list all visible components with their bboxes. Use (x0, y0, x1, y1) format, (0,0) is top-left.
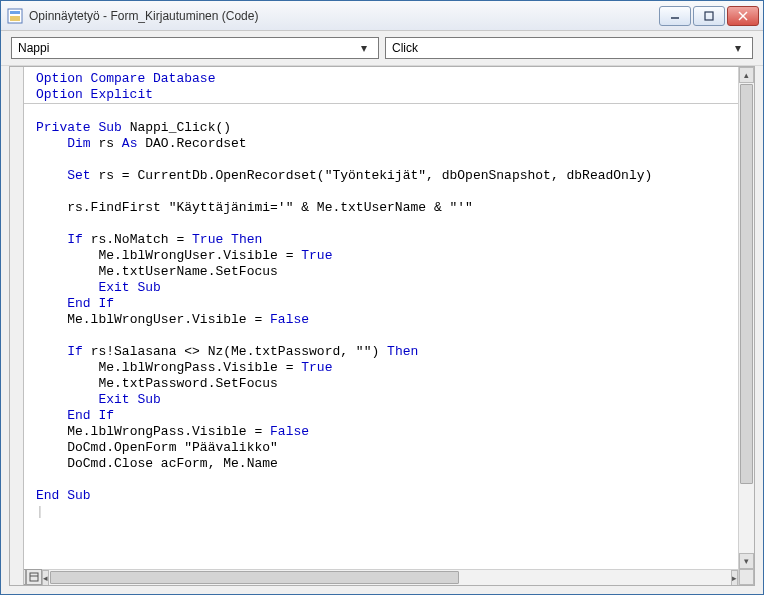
editor-area: Option Compare DatabaseOption Explicit P… (9, 66, 755, 586)
code-text[interactable]: Option Compare DatabaseOption Explicit P… (24, 67, 738, 524)
v-scroll-thumb[interactable] (740, 84, 753, 484)
v-scroll-track[interactable] (739, 83, 754, 553)
scroll-up-button[interactable]: ▴ (739, 67, 754, 83)
full-module-view-button[interactable] (26, 569, 42, 585)
h-scroll-thumb[interactable] (50, 571, 459, 584)
scroll-left-button[interactable]: ◂ (42, 570, 49, 585)
vertical-scrollbar[interactable]: ▴ ▾ (738, 67, 754, 585)
svg-rect-4 (705, 12, 713, 20)
window-controls (659, 6, 759, 26)
scroll-right-button[interactable]: ▸ (731, 570, 738, 585)
scroll-corner (739, 569, 754, 585)
procedure-dropdown[interactable]: Click ▾ (385, 37, 753, 59)
chevron-down-icon: ▾ (356, 41, 372, 55)
svg-rect-1 (10, 11, 20, 14)
code-window: Opinnäytetyö - Form_Kirjautuminen (Code)… (0, 0, 764, 595)
svg-rect-2 (10, 16, 20, 21)
h-scroll-track[interactable] (49, 570, 731, 585)
app-icon (7, 8, 23, 24)
code-pane[interactable]: Option Compare DatabaseOption Explicit P… (24, 67, 738, 585)
svg-rect-10 (30, 573, 38, 581)
procedure-dropdown-value: Click (392, 41, 730, 55)
object-dropdown-value: Nappi (18, 41, 356, 55)
minimize-button[interactable] (659, 6, 691, 26)
chevron-down-icon: ▾ (730, 41, 746, 55)
window-title: Opinnäytetyö - Form_Kirjautuminen (Code) (29, 9, 659, 23)
close-button[interactable] (727, 6, 759, 26)
dropdown-row: Nappi ▾ Click ▾ (1, 31, 763, 66)
titlebar[interactable]: Opinnäytetyö - Form_Kirjautuminen (Code) (1, 1, 763, 31)
object-dropdown[interactable]: Nappi ▾ (11, 37, 379, 59)
maximize-button[interactable] (693, 6, 725, 26)
margin-gutter (10, 67, 24, 585)
scroll-down-button[interactable]: ▾ (739, 553, 754, 569)
horizontal-scrollbar[interactable]: ◂ ▸ (42, 569, 738, 585)
